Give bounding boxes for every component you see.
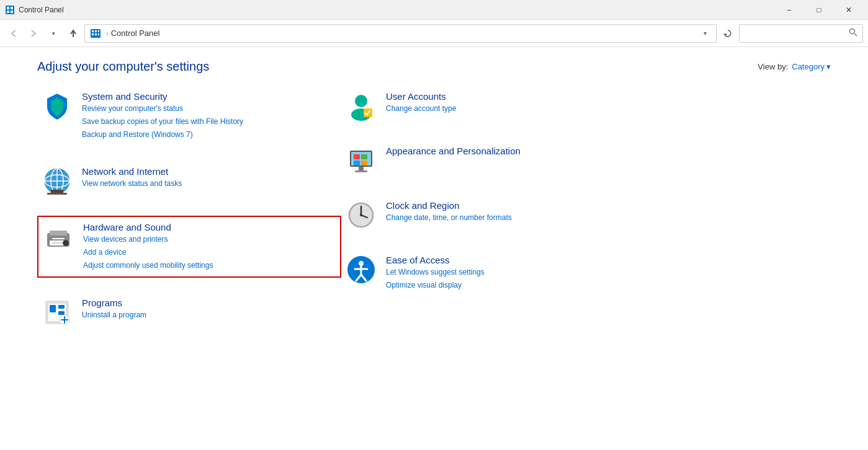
view-by-label: View by: bbox=[758, 62, 788, 71]
svg-rect-12 bbox=[98, 33, 99, 35]
recent-locations-button[interactable]: ▾ bbox=[45, 25, 62, 42]
settings-grid: System and Security Review your computer… bbox=[0, 86, 682, 332]
svg-rect-7 bbox=[92, 30, 94, 32]
system-security-link-3[interactable]: Backup and Restore (Windows 7) bbox=[82, 129, 243, 141]
title-bar-title: Control Panel bbox=[19, 6, 775, 14]
network-text: Network and Internet View network status… bbox=[82, 166, 182, 190]
settings-item-hardware: Hardware and Sound View devices and prin… bbox=[37, 216, 341, 278]
search-icon bbox=[849, 28, 857, 38]
user-accounts-category[interactable]: User Accounts bbox=[386, 91, 456, 102]
title-bar-icon bbox=[5, 5, 15, 15]
settings-item-user-accounts: User Accounts Change account type bbox=[341, 86, 645, 126]
settings-left-column: System and Security Review your computer… bbox=[37, 86, 341, 332]
programs-category[interactable]: Programs bbox=[82, 298, 146, 308]
view-by-dropdown[interactable]: Category ▾ bbox=[792, 62, 831, 71]
breadcrumb-separator: › bbox=[106, 30, 109, 37]
svg-rect-4 bbox=[11, 11, 13, 13]
user-accounts-icon bbox=[346, 91, 376, 121]
appearance-icon bbox=[346, 146, 376, 175]
settings-item-clock: Clock and Region Change date, time, or n… bbox=[341, 195, 645, 235]
svg-rect-46 bbox=[361, 161, 367, 165]
svg-rect-2 bbox=[11, 7, 13, 9]
programs-link-1[interactable]: Uninstall a program bbox=[82, 309, 146, 321]
address-dropdown-button[interactable]: ▾ bbox=[699, 30, 711, 37]
ease-icon bbox=[346, 255, 376, 285]
maximize-button[interactable]: □ bbox=[805, 0, 833, 20]
ease-category[interactable]: Ease of Access bbox=[386, 255, 485, 265]
ease-link-2[interactable]: Optimize visual display bbox=[386, 280, 485, 291]
settings-item-appearance: Appearance and Personalization bbox=[341, 141, 645, 180]
svg-rect-43 bbox=[354, 154, 360, 159]
user-accounts-text: User Accounts Change account type bbox=[386, 91, 456, 115]
clock-icon bbox=[346, 200, 376, 230]
appearance-text: Appearance and Personalization bbox=[386, 146, 521, 156]
svg-rect-47 bbox=[359, 167, 364, 170]
settings-item-network: Network and Internet View network status… bbox=[37, 161, 341, 201]
svg-rect-37 bbox=[64, 316, 65, 324]
svg-rect-32 bbox=[50, 305, 56, 312]
hardware-icon bbox=[43, 222, 73, 252]
refresh-button[interactable] bbox=[719, 25, 736, 42]
svg-rect-3 bbox=[7, 11, 9, 13]
svg-rect-44 bbox=[361, 154, 367, 159]
svg-rect-33 bbox=[58, 305, 65, 309]
clock-category[interactable]: Clock and Region bbox=[386, 200, 512, 211]
page-title: Adjust your computer's settings bbox=[37, 60, 209, 74]
system-security-link-1[interactable]: Review your computer's status bbox=[82, 103, 243, 115]
programs-icon bbox=[42, 298, 72, 327]
clock-link-1[interactable]: Change date, time, or number formats bbox=[386, 212, 512, 224]
address-bar-icon bbox=[90, 28, 101, 39]
system-security-icon bbox=[42, 91, 72, 121]
programs-text: Programs Uninstall a program bbox=[82, 298, 146, 321]
close-button[interactable]: ✕ bbox=[834, 0, 863, 20]
svg-point-13 bbox=[850, 29, 855, 34]
network-icon bbox=[42, 166, 72, 196]
ease-link-1[interactable]: Let Windows suggest settings bbox=[386, 267, 485, 278]
svg-point-29 bbox=[65, 242, 67, 244]
title-bar-controls: – □ ✕ bbox=[775, 0, 863, 20]
hardware-category[interactable]: Hardware and Sound bbox=[83, 222, 213, 232]
ease-text: Ease of Access Let Windows suggest setti… bbox=[386, 255, 485, 291]
svg-rect-34 bbox=[58, 311, 65, 315]
svg-rect-23 bbox=[50, 231, 67, 236]
back-button[interactable] bbox=[5, 25, 22, 42]
forward-button[interactable] bbox=[25, 25, 42, 42]
minimize-button[interactable]: – bbox=[775, 0, 803, 20]
hardware-link-3[interactable]: Adjust commonly used mobility settings bbox=[83, 260, 213, 271]
view-by: View by: Category ▾ bbox=[758, 62, 831, 71]
svg-line-14 bbox=[854, 33, 857, 36]
system-security-category[interactable]: System and Security bbox=[82, 91, 243, 102]
settings-right-column: User Accounts Change account type bbox=[341, 86, 645, 332]
user-accounts-link-1[interactable]: Change account type bbox=[386, 103, 456, 115]
system-security-text: System and Security Review your computer… bbox=[82, 91, 243, 141]
appearance-category[interactable]: Appearance and Personalization bbox=[386, 146, 521, 156]
search-input[interactable] bbox=[745, 29, 849, 38]
svg-rect-10 bbox=[92, 33, 94, 35]
page-header: Adjust your computer's settings View by:… bbox=[0, 60, 868, 86]
search-container[interactable] bbox=[739, 24, 863, 43]
clock-text: Clock and Region Change date, time, or n… bbox=[386, 200, 512, 224]
settings-item-programs: Programs Uninstall a program bbox=[37, 293, 341, 332]
address-bar-input[interactable]: › Control Panel ▾ bbox=[84, 24, 717, 43]
svg-rect-1 bbox=[7, 7, 9, 9]
settings-item-system-security: System and Security Review your computer… bbox=[37, 86, 341, 146]
settings-item-ease: Ease of Access Let Windows suggest setti… bbox=[341, 250, 645, 296]
hardware-link-2[interactable]: Add a device bbox=[83, 247, 213, 258]
up-button[interactable] bbox=[65, 25, 82, 42]
svg-rect-11 bbox=[95, 33, 97, 35]
svg-rect-45 bbox=[354, 161, 360, 165]
svg-point-38 bbox=[355, 95, 367, 107]
svg-rect-48 bbox=[355, 170, 367, 172]
network-link-1[interactable]: View network status and tasks bbox=[82, 178, 182, 190]
title-bar: Control Panel – □ ✕ bbox=[0, 0, 868, 20]
system-security-link-2[interactable]: Save backup copies of your files with Fi… bbox=[82, 116, 243, 128]
network-category[interactable]: Network and Internet bbox=[82, 166, 182, 177]
svg-rect-26 bbox=[52, 238, 65, 239]
address-bar: ▾ › Control Panel ▾ bbox=[0, 20, 868, 47]
svg-rect-8 bbox=[95, 30, 97, 32]
hardware-link-1[interactable]: View devices and printers bbox=[83, 234, 213, 245]
breadcrumb-path: Control Panel bbox=[111, 29, 699, 38]
main-content: Adjust your computer's settings View by:… bbox=[0, 47, 868, 450]
svg-rect-21 bbox=[47, 193, 67, 195]
svg-rect-9 bbox=[98, 30, 99, 32]
